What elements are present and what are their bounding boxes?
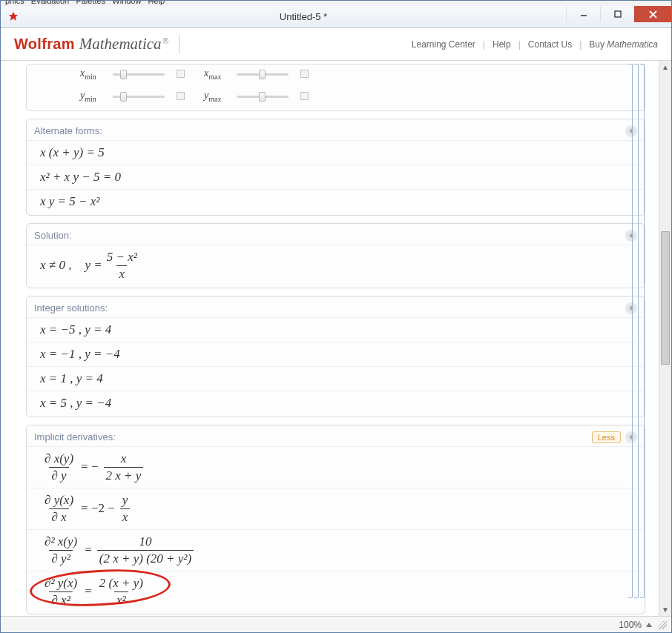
window-title: Untitled-5 * — [24, 11, 582, 22]
svg-rect-2 — [615, 11, 621, 17]
expand-icon[interactable]: + — [625, 302, 637, 314]
slider-ymin-step[interactable] — [177, 92, 185, 100]
maximize-button[interactable] — [600, 6, 634, 22]
status-bar: 100% — [1, 616, 671, 632]
slider-row-x: xmin xmax — [27, 64, 645, 87]
integer-solution-row: x = −5 , y = 4 — [27, 317, 645, 342]
expand-icon[interactable]: + — [625, 230, 637, 242]
derivative-row: ∂ x(y)∂ y = − x2 x + y — [27, 446, 645, 488]
expand-icon[interactable]: + — [625, 431, 637, 443]
link-buy[interactable]: Buy Mathematica — [589, 39, 658, 50]
link-contact-us[interactable]: Contact Us — [528, 39, 572, 50]
slider-xmax[interactable] — [237, 69, 289, 79]
label-xmin: xmin — [80, 67, 108, 81]
derivative-row-highlighted: ∂² y(x)∂ x² = 2 (x + y)x² — [27, 571, 645, 612]
zoom-level[interactable]: 100% — [619, 620, 642, 630]
integer-solution-row: x = 1 , y = 4 — [27, 366, 645, 391]
pod-integer-solutions: Integer solutions: + x = −5 , y = 4 x = … — [26, 296, 645, 417]
less-button[interactable]: Less — [592, 431, 621, 443]
brand-word1: Wolfram — [14, 36, 75, 53]
app-window: phics Evaluation Palettes Window Help Un… — [0, 0, 672, 633]
slider-row-y: ymin ymax — [27, 87, 645, 109]
alternate-form-row: x² + x y − 5 = 0 — [27, 165, 645, 189]
app-icon — [7, 10, 20, 24]
alternate-form-row: x y = 5 − x² — [27, 189, 645, 213]
brand-bar: Wolfram Mathematica ® Learning Center | … — [1, 28, 671, 61]
link-learning-center[interactable]: Learning Center — [412, 39, 475, 50]
menubar: phics Evaluation Palettes Window Help — [1, 1, 671, 6]
notebook-content[interactable]: xmin xmax ymin ymax — [1, 61, 659, 616]
separator: | — [518, 39, 521, 50]
derivative-row: ∂² x(y)∂ y² = 10(2 x + y) (20 + y²) — [27, 529, 645, 571]
alternate-form-row: x (x + y) = 5 — [27, 140, 645, 165]
integer-solution-row: x = 5 , y = −4 — [27, 391, 645, 415]
trademark-icon: ® — [163, 37, 168, 45]
expand-icon[interactable]: + — [625, 125, 637, 137]
separator: | — [483, 39, 485, 50]
solution-row: x ≠ 0 , y = 5 − x² x — [27, 245, 645, 286]
link-help[interactable]: Help — [493, 39, 511, 50]
integer-solution-row: x = −1 , y = −4 — [27, 342, 645, 366]
titlebar: Untitled-5 * — [1, 6, 671, 28]
scroll-down-icon[interactable]: ▼ — [659, 603, 671, 616]
separator: | — [579, 39, 582, 50]
slider-ymax-step[interactable] — [300, 92, 309, 100]
pod-title: Implicit derivatives: — [34, 431, 116, 443]
label-ymax: ymax — [204, 90, 232, 103]
label-xmax: xmax — [204, 67, 232, 81]
brand-word2: Mathematica — [79, 35, 162, 53]
label-ymin: ymin — [80, 90, 108, 103]
pod-title: Integer solutions: — [34, 302, 108, 314]
brand-logo: Wolfram Mathematica ® — [14, 35, 179, 53]
pod-implicit-derivatives: Implicit derivatives: Less + ∂ x(y)∂ y =… — [26, 425, 645, 614]
resize-grip-icon[interactable] — [658, 620, 667, 629]
minimize-button[interactable] — [566, 6, 600, 22]
vertical-scrollbar[interactable]: ▲ ▼ — [659, 61, 671, 616]
close-button[interactable] — [634, 6, 671, 22]
slider-xmax-step[interactable] — [300, 70, 309, 78]
pod-title: Solution: — [34, 230, 72, 241]
window-controls — [566, 6, 671, 22]
header-links: Learning Center | Help | Contact Us | Bu… — [412, 39, 658, 50]
slider-ymin[interactable] — [113, 91, 165, 102]
plot-range-pod: xmin xmax ymin ymax — [26, 64, 645, 111]
pod-alternate-forms: Alternate forms: + x (x + y) = 5 x² + x … — [26, 119, 645, 216]
pod-solution: Solution: + x ≠ 0 , y = 5 − x² x — [26, 223, 645, 288]
slider-xmin-step[interactable] — [177, 70, 185, 78]
scrollbar-thumb[interactable] — [661, 231, 670, 365]
slider-xmin[interactable] — [113, 69, 165, 79]
slider-ymax[interactable] — [237, 91, 289, 102]
pod-title: Alternate forms: — [34, 125, 102, 136]
svg-marker-0 — [9, 12, 18, 21]
scroll-up-icon[interactable]: ▲ — [659, 61, 671, 73]
derivative-row: ∂ y(x)∂ x = −2 − yx — [27, 488, 645, 529]
zoom-menu-icon[interactable] — [646, 623, 652, 627]
